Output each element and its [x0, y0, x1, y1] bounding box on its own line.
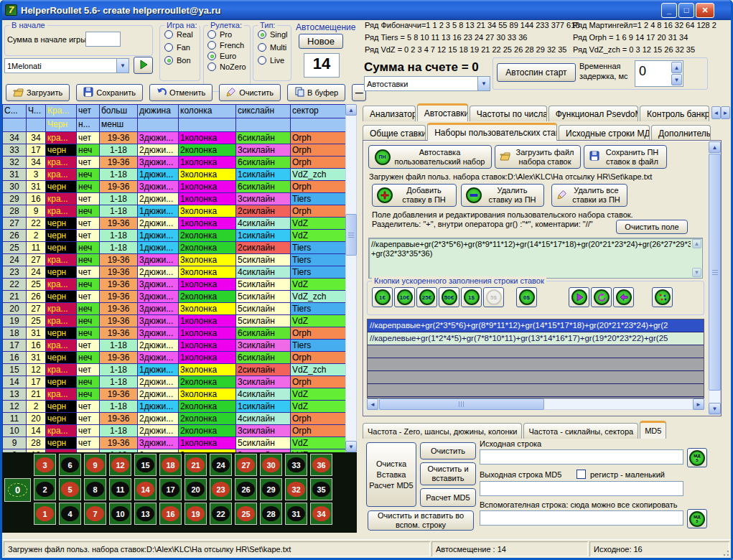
- md5-clear-paste-calc-button[interactable]: Очистка Вставка Расчет MD5: [366, 442, 416, 507]
- tab-дополнитель[interactable]: Дополнитель: [651, 125, 711, 141]
- board-cell-21[interactable]: 21: [185, 454, 207, 476]
- spin-cell[interactable]: 15: [3, 364, 27, 376]
- bet-set-row-empty[interactable]: [368, 358, 704, 371]
- board-cell-31[interactable]: 31: [285, 503, 307, 525]
- board-cell-19[interactable]: 19: [185, 503, 207, 525]
- autospin-start-button[interactable]: Автоспин старт: [497, 63, 576, 82]
- autobet-user-set-button[interactable]: ПН Автоставка пользовательский набор: [368, 145, 492, 169]
- load-bet-file-button[interactable]: Загрузить файл набора ставок: [495, 145, 581, 169]
- autobets-combo[interactable]: Автоставки ▼: [364, 76, 490, 91]
- tab-функционал-psevdoms[interactable]: Функционал PsevdoMS: [548, 106, 638, 121]
- undo-button[interactable]: Отменить: [149, 84, 213, 101]
- board-cell-16[interactable]: 16: [159, 503, 182, 525]
- board-cell-29[interactable]: 29: [260, 478, 282, 500]
- chevron-down-icon[interactable]: ▼: [477, 77, 490, 90]
- edit-scroll-up-icon[interactable]: ▲: [692, 239, 701, 248]
- board-cell-12[interactable]: 12: [109, 454, 131, 476]
- spin-cell[interactable]: 32: [3, 157, 27, 169]
- spin-cell[interactable]: 18: [3, 327, 27, 340]
- bet-set-row[interactable]: //карелевые+gr(1*2*4*5)+gr(7*8*10*11)+gr…: [368, 332, 704, 345]
- edit-scroll-down-icon[interactable]: ▼: [692, 268, 701, 277]
- board-cell-15[interactable]: 15: [134, 454, 157, 476]
- list-scroll-thumb[interactable]: [379, 398, 544, 410]
- board-cell-8[interactable]: 8: [84, 478, 106, 500]
- panel-scroll-up-icon[interactable]: ▲: [709, 141, 721, 153]
- radio-icon[interactable]: [207, 41, 216, 50]
- spin-cell[interactable]: 30: [3, 181, 27, 193]
- to-buffer-button[interactable]: В буфер: [287, 84, 345, 101]
- spin-cell[interactable]: 31: [3, 169, 27, 181]
- maximize-button[interactable]: □: [678, 3, 694, 18]
- radio-option-multi[interactable]: Multi: [258, 43, 291, 52]
- spin-cell[interactable]: 17: [3, 340, 27, 352]
- radio-icon[interactable]: [258, 30, 266, 39]
- radio-option-nozero[interactable]: NoZero: [207, 62, 250, 71]
- spin-cell[interactable]: 24: [3, 254, 27, 266]
- chevron-down-icon[interactable]: ▼: [116, 59, 129, 73]
- board-cell-32[interactable]: 32: [285, 478, 307, 500]
- chip-button-10eur[interactable]: 10€: [394, 287, 415, 307]
- table-scrollbar[interactable]: [345, 104, 357, 452]
- board-cell-6[interactable]: 6: [59, 454, 81, 476]
- radio-icon[interactable]: [164, 56, 173, 65]
- panel-scroll-thumb[interactable]: [709, 154, 721, 391]
- run-preset-button[interactable]: [134, 57, 153, 74]
- board-cell-34[interactable]: 34: [310, 503, 332, 525]
- spin-cell[interactable]: 22: [3, 279, 27, 291]
- play-set-button[interactable]: [569, 287, 589, 307]
- spinner-down-icon[interactable]: ▼: [671, 74, 682, 85]
- md5-source-input[interactable]: [480, 449, 683, 465]
- tab-исходные-строки-мд5[interactable]: Исходные строки МД5: [559, 125, 650, 141]
- spin-cell[interactable]: 13: [3, 388, 27, 401]
- add-bet-button[interactable]: Добавить ставку в ПН: [372, 184, 457, 207]
- md5-out-input[interactable]: [480, 481, 683, 496]
- panel-scroll-down-icon[interactable]: ▼: [709, 403, 721, 414]
- board-cell-18[interactable]: 18: [159, 454, 182, 476]
- board-cell-17[interactable]: 17: [159, 478, 182, 500]
- spin-cell[interactable]: 25: [3, 242, 27, 254]
- radio-icon[interactable]: [258, 43, 266, 52]
- bet-set-row-empty[interactable]: [368, 345, 704, 358]
- tab-контроль-банкро[interactable]: Контроль банкро: [640, 106, 709, 121]
- radio-option-french[interactable]: French: [207, 41, 250, 50]
- back-set-button[interactable]: [613, 287, 634, 307]
- radio-icon[interactable]: [258, 56, 266, 65]
- delete-bet-button[interactable]: Удалить ставку из ПН: [461, 184, 544, 207]
- radio-icon[interactable]: [164, 30, 173, 39]
- autoshift-new-button[interactable]: Новое: [299, 34, 343, 49]
- radio-icon[interactable]: [207, 30, 216, 39]
- board-cell-13[interactable]: 13: [134, 503, 157, 525]
- save-button[interactable]: Сохранить: [76, 84, 143, 101]
- md5-clear-button[interactable]: Очистить: [420, 442, 476, 459]
- spin-cell[interactable]: 29: [3, 193, 27, 205]
- board-cell-14[interactable]: 14: [134, 478, 157, 500]
- spin-cell[interactable]: 26: [3, 230, 27, 242]
- radio-icon[interactable]: [207, 62, 216, 71]
- board-cell-5[interactable]: 5: [59, 478, 81, 500]
- radio-icon[interactable]: [164, 43, 173, 52]
- table-scroll-thumb[interactable]: [345, 214, 357, 256]
- chip-button-50eur[interactable]: 50€: [439, 287, 459, 307]
- tab-наборы-пользовательских-ставок[interactable]: Наборы пользовательских ставок: [427, 123, 557, 141]
- board-cell-35[interactable]: 35: [310, 478, 332, 500]
- chip-button-0usd[interactable]: 0$: [516, 287, 537, 307]
- spin-cell[interactable]: 28: [3, 205, 27, 218]
- spin-cell[interactable]: 14: [3, 376, 27, 388]
- tab-частота-сиклайны-сектора[interactable]: Частота - сиклайны, сектора: [523, 423, 638, 439]
- spin-cell[interactable]: 21: [3, 291, 27, 303]
- radio-option-fan[interactable]: Fan: [164, 43, 200, 52]
- board-cell-33[interactable]: 33: [285, 454, 307, 476]
- spin-cell[interactable]: 19: [3, 315, 27, 327]
- refresh-set-button[interactable]: [591, 287, 612, 307]
- md5-calc-button[interactable]: Расчет MD5: [420, 488, 476, 507]
- md5-aux-calc-button[interactable]: МД5: [687, 509, 707, 528]
- tab-частоты-по-числам[interactable]: Частоты по числам: [470, 106, 547, 121]
- load-button[interactable]: Загрузить: [6, 84, 70, 101]
- clear-field-button[interactable]: Очистить поле: [616, 220, 688, 234]
- minimize-button[interactable]: _: [661, 3, 677, 18]
- delay-spinner[interactable]: 0 ▲ ▼: [635, 60, 683, 87]
- board-cell-7[interactable]: 7: [84, 503, 106, 525]
- tab-общие-ставки[interactable]: Общие ставки: [363, 125, 426, 141]
- board-cell-9[interactable]: 9: [84, 454, 106, 476]
- radio-icon[interactable]: [207, 52, 216, 60]
